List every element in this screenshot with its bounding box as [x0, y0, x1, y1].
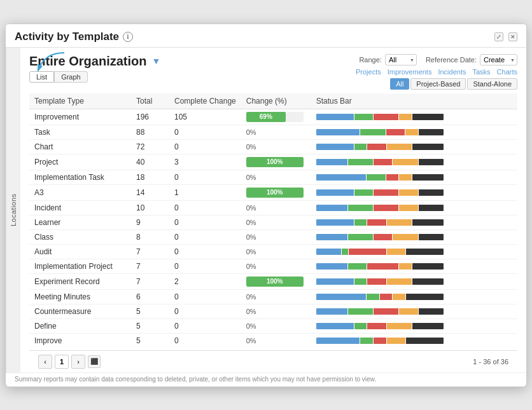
info-icon[interactable]: ℹ — [123, 32, 133, 42]
change-pct-text: 0% — [246, 322, 256, 330]
cell-template: Chart — [29, 139, 131, 154]
status-segment — [399, 174, 412, 181]
cell-change: 100% — [241, 154, 311, 170]
status-bar — [316, 278, 444, 285]
cell-template: Improvement — [29, 109, 131, 125]
nav-projects[interactable]: Projects — [356, 68, 381, 76]
nav-tasks[interactable]: Tasks — [472, 68, 490, 76]
change-bar-container: 100% — [246, 277, 304, 287]
nav-charts[interactable]: Charts — [497, 68, 517, 76]
right-controls: Range: All Reference Date: C — [356, 54, 517, 90]
change-pct-text: 0% — [246, 219, 256, 226]
col-header-status: Status Bar — [311, 93, 517, 109]
cell-template: Implementation Task — [29, 170, 131, 184]
main-window: Activity by Template ℹ ⤢ ✕ Locations Ent… — [5, 24, 527, 387]
activity-table: Template Type Total Complete Change Chan… — [29, 93, 517, 348]
change-pct-text: 0% — [246, 204, 256, 212]
cell-total: 6 — [131, 289, 169, 304]
status-segment — [348, 308, 373, 315]
status-segment — [380, 294, 393, 300]
status-segment — [419, 234, 444, 240]
status-segment — [354, 114, 373, 120]
status-segment — [387, 144, 412, 150]
cell-complete: 0 — [169, 289, 241, 304]
cell-status — [311, 273, 517, 289]
status-segment — [387, 278, 412, 285]
status-segment — [387, 338, 405, 344]
status-segment — [406, 294, 444, 300]
filter-icon[interactable]: ▼ — [151, 56, 160, 66]
status-bar — [316, 159, 444, 165]
cell-complete: 1 — [169, 184, 241, 200]
prev-page-button[interactable]: ‹ — [38, 355, 52, 369]
filter-standalone-button[interactable]: Stand-Alone — [467, 78, 517, 90]
page-info: 1 - 36 of 36 — [473, 358, 508, 366]
cell-total: 7 — [131, 259, 169, 273]
cell-status — [311, 184, 517, 200]
change-pct-text: 0% — [246, 143, 256, 151]
status-bar — [316, 338, 444, 344]
nav-incidents[interactable]: Incidents — [438, 68, 466, 76]
next-page-button[interactable]: › — [71, 355, 85, 369]
footer: ‹ 1 › ⬛ 1 - 36 of 36 — [29, 350, 517, 372]
cell-template: Improve — [29, 333, 131, 348]
col-header-complete: Complete Change — [169, 93, 241, 109]
cell-complete: 2 — [169, 273, 241, 289]
table-wrapper: Template Type Total Complete Change Chan… — [29, 93, 517, 348]
status-segment — [316, 234, 347, 240]
status-segment — [316, 278, 354, 285]
table-row: Project403100% — [29, 154, 517, 170]
status-bar — [316, 129, 444, 135]
cell-change: 100% — [241, 273, 311, 289]
status-segment — [387, 219, 412, 226]
close-button[interactable]: ✕ — [508, 32, 517, 41]
filter-buttons: All Project-Based Stand-Alone — [390, 78, 517, 90]
status-segment — [348, 159, 373, 165]
cell-status — [311, 170, 517, 184]
status-bar — [316, 189, 444, 196]
status-segment — [316, 129, 360, 135]
export-button[interactable]: ⬛ — [88, 355, 101, 368]
title-bar-right: ⤢ ✕ — [494, 32, 517, 41]
status-segment — [374, 308, 398, 315]
status-segment — [419, 205, 444, 211]
cell-total: 9 — [131, 215, 169, 229]
expand-button[interactable]: ⤢ — [494, 32, 503, 41]
table-row: Audit700% — [29, 244, 517, 259]
status-segment — [316, 174, 366, 181]
cell-complete: 3 — [169, 154, 241, 170]
graph-view-button[interactable]: Graph — [54, 71, 88, 83]
cell-template: Experiment Record — [29, 273, 131, 289]
status-segment — [316, 308, 347, 315]
status-segment — [348, 205, 373, 211]
filter-project-based-button[interactable]: Project-Based — [410, 78, 466, 90]
ref-date-select[interactable]: Create — [480, 54, 517, 65]
cell-complete: 0 — [169, 333, 241, 348]
cell-total: 7 — [131, 244, 169, 259]
sidebar-locations-tab[interactable]: Locations — [6, 48, 20, 372]
current-page[interactable]: 1 — [55, 355, 69, 369]
range-select[interactable]: All — [385, 54, 417, 65]
status-segment — [387, 323, 412, 329]
filter-all-button[interactable]: All — [390, 78, 409, 90]
main-content: Entire Organization ▼ — [20, 48, 526, 372]
status-segment — [387, 249, 405, 255]
cell-complete: 105 — [169, 109, 241, 125]
cell-change: 0% — [241, 259, 311, 273]
status-segment — [406, 338, 444, 344]
cell-total: 5 — [131, 318, 169, 333]
status-segment — [374, 338, 386, 344]
status-segment — [316, 144, 354, 150]
cell-status — [311, 244, 517, 259]
list-view-button[interactable]: List — [29, 71, 54, 83]
nav-improvements[interactable]: Improvements — [388, 68, 432, 76]
pagination: ‹ 1 › ⬛ — [38, 355, 101, 369]
change-pct-text: 0% — [246, 174, 256, 181]
status-segment — [412, 278, 444, 285]
cell-status — [311, 289, 517, 304]
cell-status — [311, 109, 517, 125]
status-segment — [399, 189, 417, 196]
status-bar — [316, 308, 444, 315]
cell-complete: 0 — [169, 200, 241, 215]
cell-template: A3 — [29, 184, 131, 200]
